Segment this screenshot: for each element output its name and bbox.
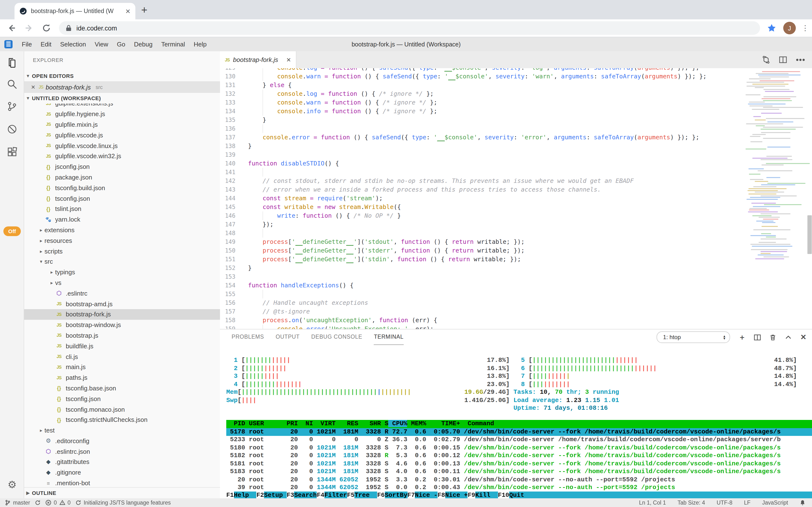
menu-debug[interactable]: Debug	[130, 37, 157, 51]
cursor-position[interactable]: Ln 1, Col 1	[639, 500, 666, 506]
tree-item[interactable]: ⬡.eslintrc	[24, 288, 220, 299]
off-badge[interactable]: Off	[3, 226, 21, 236]
problems-status[interactable]: 0 0	[46, 500, 71, 506]
tree-item[interactable]: ▸resources	[24, 235, 220, 246]
language-mode[interactable]: JavaScript	[762, 500, 788, 506]
tree-item[interactable]: ▸typings	[24, 267, 220, 278]
browser-tab[interactable]: bootstrap-fork.js — Untitled (W ✕	[14, 3, 135, 19]
menu-selection[interactable]: Selection	[56, 37, 90, 51]
tab-close-icon[interactable]: ✕	[286, 56, 291, 63]
reload-icon[interactable]	[42, 23, 51, 33]
htop-table-header[interactable]: PID USER PRI NI VIRT RES SHR S CPU% MEM%…	[226, 420, 812, 428]
open-editor-item[interactable]: ✕ JS bootstrap-fork.js src	[24, 81, 220, 93]
terminal-select[interactable]: 1: htop ▲▼	[657, 331, 730, 343]
tree-item[interactable]: JSgulpfile.vscode.win32.js	[24, 151, 220, 162]
forward-icon[interactable]	[24, 23, 34, 33]
tree-item[interactable]: {}tsconfig.base.json	[24, 383, 220, 394]
new-tab-button[interactable]: +	[141, 5, 147, 15]
htop-process-row[interactable]: 5178 root 20 0 1021M 181M 3328 R 72.7 0.…	[226, 428, 812, 436]
tree-item[interactable]: ⚙.editorconfig	[24, 436, 220, 446]
editor-tab[interactable]: JS bootstrap-fork.js ✕	[220, 51, 296, 68]
settings-gear-icon[interactable]: ⚙	[0, 474, 24, 495]
code-editor[interactable]: 129 console.log = function () { safeSend…	[220, 68, 812, 329]
menu-help[interactable]: Help	[189, 37, 211, 51]
tree-item[interactable]: ⬡.eslintrc.json	[24, 446, 220, 457]
panel-tab-terminal[interactable]: TERMINAL	[374, 330, 404, 345]
outline-header[interactable]: ▶ OUTLINE	[24, 487, 220, 498]
bell-icon[interactable]	[800, 500, 806, 506]
tree-item[interactable]: JSbootstrap.js	[24, 330, 220, 341]
split-terminal-icon[interactable]	[754, 334, 761, 341]
htop-process-row[interactable]: 5233 root 20 0 0 0 0 Z 36.3 0.0 0:02.79 …	[226, 436, 812, 444]
tab-close-icon[interactable]: ✕	[125, 7, 131, 15]
menu-edit[interactable]: Edit	[36, 37, 56, 51]
split-editor-icon[interactable]	[779, 56, 787, 64]
tree-item[interactable]: {}jsconfig.json	[24, 162, 220, 172]
htop-process-row[interactable]: 5182 root 20 0 1021M 181M 3328 R 5.3 0.6…	[226, 452, 812, 460]
tree-item[interactable]: ▾src	[24, 257, 220, 267]
back-icon[interactable]	[7, 23, 16, 33]
htop-process-row[interactable]: 20 root 20 0 1344M 62052 1952 S 3.3 0.2 …	[226, 476, 812, 484]
panel-tab-problems[interactable]: PROBLEMS	[232, 330, 264, 345]
menu-view[interactable]: View	[90, 37, 113, 51]
tree-item[interactable]: ◆.gitattributes	[24, 457, 220, 467]
tree-item[interactable]: JSgulpfile.mixin.js	[24, 119, 220, 130]
tree-item[interactable]: {}tslint.json	[24, 204, 220, 214]
tree-item[interactable]: JSgulpfile.hygiene.js	[24, 109, 220, 119]
tree-item[interactable]: JSmain.js	[24, 362, 220, 373]
encoding[interactable]: UTF-8	[717, 500, 733, 506]
address-bar[interactable]: ide.coder.com	[59, 21, 760, 35]
htop-process-row[interactable]: 5183 root 20 0 1021M 181M 3328 S 4.0 0.6…	[226, 468, 812, 476]
close-panel-icon[interactable]: ✕	[800, 333, 806, 342]
tree-item[interactable]: JScli.js	[24, 351, 220, 362]
htop-process-row[interactable]: 5181 root 20 0 1021M 181M 3328 S 4.6 0.6…	[226, 460, 812, 468]
browser-avatar[interactable]: J	[783, 22, 796, 34]
tree-item[interactable]: ◆.gitignore	[24, 467, 220, 478]
minimap[interactable]	[746, 71, 805, 265]
menu-terminal[interactable]: Terminal	[157, 37, 189, 51]
debug-disabled-icon[interactable]	[0, 118, 24, 140]
menu-file[interactable]: File	[17, 37, 36, 51]
tree-item[interactable]: JSpaths.js	[24, 372, 220, 383]
tree-item[interactable]: JSbuildfile.js	[24, 341, 220, 351]
tree-item[interactable]: JSbootstrap-amd.js	[24, 298, 220, 309]
tree-item[interactable]: ▸extensions	[24, 225, 220, 235]
tree-item[interactable]: ≡.mention-bot	[24, 478, 220, 488]
extensions-icon[interactable]	[0, 141, 24, 163]
branch-status[interactable]: master	[5, 500, 30, 506]
bookmark-star-icon[interactable]	[767, 23, 776, 33]
tree-item[interactable]: {}package.json	[24, 172, 220, 183]
terminal[interactable]: 1 [||||||||||||17.8%] 2 [|||||||||||16.1…	[226, 345, 812, 498]
tree-item[interactable]: JSbootstrap-fork.js	[24, 309, 220, 320]
close-editor-icon[interactable]: ✕	[31, 84, 39, 90]
tree-item[interactable]: JSgulpfile.extensions.js	[24, 104, 220, 109]
more-actions-icon[interactable]: •••	[796, 55, 806, 64]
tree-item[interactable]: {}tsconfig.strictNullChecks.json	[24, 414, 220, 425]
panel-tab-output[interactable]: OUTPUT	[275, 330, 300, 345]
eol[interactable]: LF	[744, 500, 751, 506]
tree-item[interactable]: 🐾yarn.lock	[24, 214, 220, 225]
open-changes-icon[interactable]	[762, 56, 770, 64]
tree-item[interactable]: ▸test	[24, 425, 220, 436]
explorer-icon[interactable]	[0, 52, 24, 73]
tree-item[interactable]: ▸scripts	[24, 246, 220, 257]
browser-menu-icon[interactable]: ⋮	[802, 24, 804, 33]
editor-scrollbar[interactable]	[807, 215, 812, 254]
htop-process-row[interactable]: 39 root 20 0 1344M 62052 1952 S 0.0 0.2 …	[226, 484, 812, 492]
tree-item[interactable]: {}tsconfig.json	[24, 193, 220, 204]
tree-item[interactable]: JSbootstrap-window.js	[24, 320, 220, 330]
search-icon[interactable]	[0, 73, 24, 95]
kill-terminal-icon[interactable]	[769, 334, 777, 341]
open-editors-header[interactable]: ▼ OPEN EDITORS	[24, 71, 220, 81]
tree-item[interactable]: {}tsconfig.build.json	[24, 183, 220, 193]
maximize-panel-icon[interactable]	[785, 334, 792, 341]
tree-item[interactable]: JSgulpfile.vscode.js	[24, 130, 220, 140]
new-terminal-icon[interactable]: ＋	[739, 333, 746, 342]
tab-size[interactable]: Tab Size: 4	[678, 500, 705, 506]
tree-item[interactable]: {}tsconfig.json	[24, 394, 220, 404]
tree-item[interactable]: JSgulpfile.vscode.linux.js	[24, 140, 220, 151]
source-control-icon[interactable]	[0, 96, 24, 117]
menu-go[interactable]: Go	[113, 37, 130, 51]
workspace-header[interactable]: ▼ UNTITLED (WORKSPACE)	[24, 93, 220, 104]
tree-item[interactable]: ▸vs	[24, 277, 220, 288]
